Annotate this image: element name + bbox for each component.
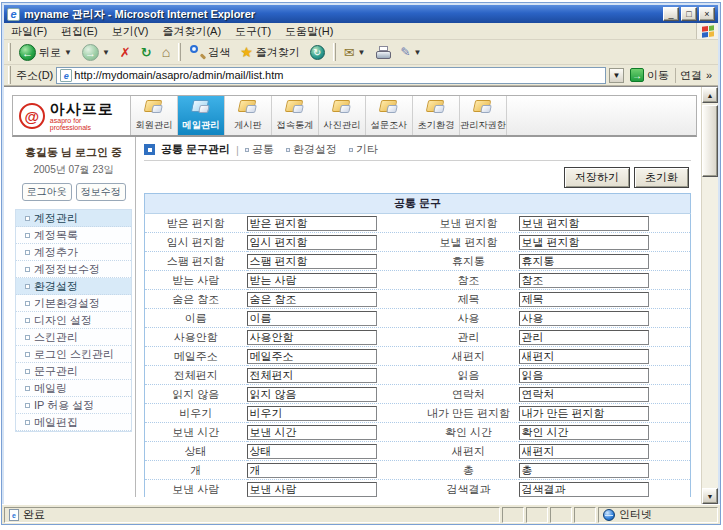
phrase-input-right[interactable]	[519, 482, 649, 497]
links-button[interactable]: 연결 »	[675, 68, 716, 83]
phrase-input-right[interactable]	[519, 216, 649, 231]
sidebar-menu-item[interactable]: IP 허용 설정	[16, 397, 131, 414]
phrase-input-right[interactable]	[519, 254, 649, 269]
breadcrumb-tab[interactable]: 기타	[349, 142, 378, 157]
edit-dropdown-icon[interactable]: ▼	[414, 48, 422, 57]
print-button[interactable]	[372, 44, 395, 61]
stop-button[interactable]: ✗	[116, 43, 135, 62]
history-button[interactable]: ↻	[306, 43, 329, 62]
top-nav-item[interactable]: 메일관리	[178, 96, 225, 135]
phrase-input-left[interactable]	[247, 425, 377, 440]
address-dropdown-icon[interactable]: ▼	[609, 68, 624, 83]
phrase-input-right[interactable]	[519, 387, 649, 402]
top-nav-item[interactable]: 게시판	[225, 96, 272, 135]
phrase-input-right[interactable]	[519, 235, 649, 250]
minimize-button[interactable]: _	[663, 7, 679, 21]
reset-button[interactable]: 초기화	[634, 167, 689, 188]
sidebar-menu-item[interactable]: 계정관리	[16, 210, 131, 227]
back-dropdown-icon[interactable]: ▼	[64, 48, 72, 57]
home-button[interactable]: ⌂	[158, 42, 174, 62]
edit-button[interactable]: ✎ ▼	[397, 43, 426, 61]
sidebar-menu-item[interactable]: 계정목록	[16, 227, 131, 244]
sidebar-menu-item[interactable]: 계정추가	[16, 244, 131, 261]
top-nav-item[interactable]: 설문조사	[366, 96, 413, 135]
phrase-input-left[interactable]	[247, 311, 377, 326]
toolbar-grip[interactable]	[8, 43, 11, 61]
phrase-input-left[interactable]	[247, 387, 377, 402]
phrase-input-right[interactable]	[519, 368, 649, 383]
phrase-input-right[interactable]	[519, 311, 649, 326]
close-button[interactable]: ×	[699, 7, 715, 21]
favorites-button[interactable]: ★ 즐겨찾기	[236, 42, 304, 62]
forward-button[interactable]: → ▼	[78, 42, 114, 63]
phrase-input-left[interactable]	[247, 330, 377, 345]
breadcrumb-tab[interactable]: 공통	[245, 142, 274, 157]
phrase-input-left[interactable]	[247, 349, 377, 364]
top-nav-item[interactable]: 초기환경	[413, 96, 460, 135]
table-row: 전체편지 읽음	[145, 366, 691, 385]
top-nav-item[interactable]: 회원관리	[131, 96, 178, 135]
phrase-input-right[interactable]	[519, 292, 649, 307]
sidebar-menu-item[interactable]: 계정정보수정	[16, 261, 131, 278]
sidebar-menu-item[interactable]: 메일편집	[16, 414, 131, 431]
scroll-down-icon[interactable]: ▼	[702, 488, 718, 504]
mail-button[interactable]: ✉ ▼	[340, 43, 370, 62]
top-nav-item[interactable]: 사진관리	[319, 96, 366, 135]
sidebar-menu-item[interactable]: 디자인 설정	[16, 312, 131, 329]
table-row: 스팸 편지함 휴지통	[145, 252, 691, 271]
scrollbar-track[interactable]	[702, 177, 718, 488]
phrase-input-right[interactable]	[519, 425, 649, 440]
phrase-input-left[interactable]	[247, 273, 377, 288]
top-nav-item[interactable]: 관리자권한	[460, 96, 507, 135]
mail-dropdown-icon[interactable]: ▼	[358, 48, 366, 57]
phrase-input-left[interactable]	[247, 235, 377, 250]
sidebar-menu-item[interactable]: 스킨관리	[16, 329, 131, 346]
refresh-button[interactable]: ↻	[137, 43, 156, 62]
menu-item[interactable]: 편집(E)	[54, 23, 105, 40]
addressbar-grip[interactable]	[8, 66, 11, 84]
sidebar-menu-item[interactable]: 문구관리	[16, 363, 131, 380]
site-logo[interactable]: @ 아사프로 asapro for professionals	[13, 96, 131, 135]
sidebar-menu-item[interactable]: 로그인 스킨관리	[16, 346, 131, 363]
back-button[interactable]: ← 뒤로 ▼	[15, 42, 76, 63]
save-button[interactable]: 저장하기	[564, 167, 630, 188]
phrase-input-right[interactable]	[519, 273, 649, 288]
sidebar-menu-item[interactable]: 기본환경설정	[16, 295, 131, 312]
maximize-button[interactable]: □	[681, 7, 697, 21]
menu-item[interactable]: 파일(F)	[4, 23, 54, 40]
phrase-input-left[interactable]	[247, 463, 377, 478]
phrase-input-left[interactable]	[247, 292, 377, 307]
phrase-input-right[interactable]	[519, 349, 649, 364]
phrase-input-right[interactable]	[519, 463, 649, 478]
phrase-input-right[interactable]	[519, 330, 649, 345]
menu-item[interactable]: 도움말(H)	[278, 23, 340, 40]
logout-button[interactable]: 로그아웃	[22, 183, 72, 201]
scrollbar-thumb[interactable]	[702, 105, 718, 177]
sidebar-menu-label: 환경설정	[34, 279, 78, 294]
top-nav-label: 접속통계	[277, 119, 314, 132]
scroll-up-icon[interactable]: ▲	[702, 87, 718, 103]
menu-item[interactable]: 즐겨찾기(A)	[155, 23, 228, 40]
forward-dropdown-icon[interactable]: ▼	[102, 48, 110, 57]
breadcrumb-tab[interactable]: 환경설정	[286, 142, 337, 157]
phrase-input-right[interactable]	[519, 444, 649, 459]
address-input-wrap: e	[56, 67, 606, 84]
sidebar-menu-label: 메일링	[34, 381, 67, 396]
search-button[interactable]: 검색	[185, 42, 234, 62]
address-input[interactable]	[74, 68, 604, 82]
edit-info-button[interactable]: 정보수정	[76, 183, 126, 201]
menu-item[interactable]: 도구(T)	[228, 23, 278, 40]
vertical-scrollbar[interactable]: ▲ ▼	[701, 87, 718, 504]
phrase-input-left[interactable]	[247, 406, 377, 421]
top-nav-item[interactable]: 접속통계	[272, 96, 319, 135]
go-button[interactable]: → 이동	[627, 68, 672, 83]
sidebar-menu-item[interactable]: 메일링	[16, 380, 131, 397]
phrase-input-left[interactable]	[247, 216, 377, 231]
sidebar-menu-item[interactable]: 환경설정	[16, 278, 131, 295]
phrase-input-right[interactable]	[519, 406, 649, 421]
menu-item[interactable]: 보기(V)	[105, 23, 156, 40]
phrase-input-left[interactable]	[247, 254, 377, 269]
phrase-input-left[interactable]	[247, 444, 377, 459]
phrase-input-left[interactable]	[247, 368, 377, 383]
phrase-input-left[interactable]	[247, 482, 377, 497]
